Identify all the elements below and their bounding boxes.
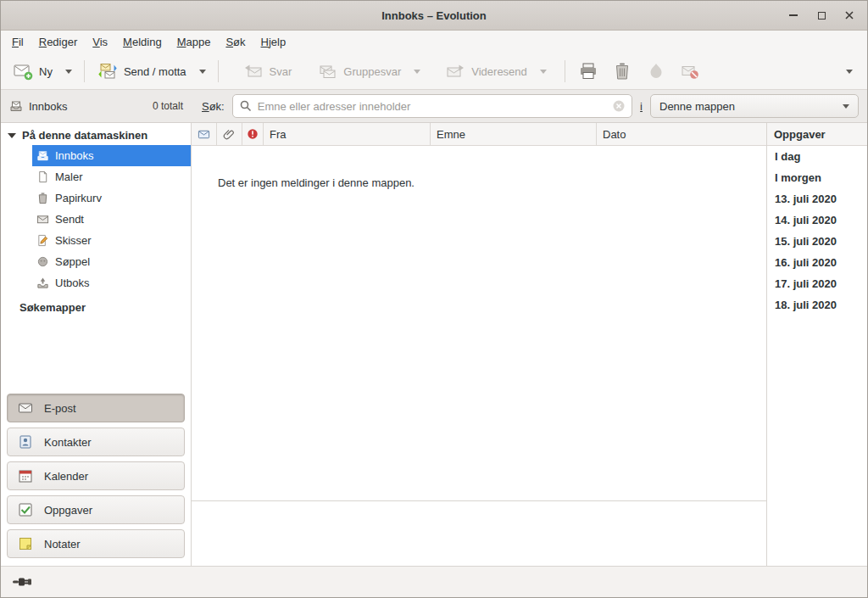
window-title: Innboks – Evolution bbox=[1, 9, 867, 22]
menu-item-vis[interactable]: Vis bbox=[85, 31, 115, 53]
forward-button-label: Videresend bbox=[471, 65, 527, 78]
junk-button[interactable] bbox=[639, 56, 673, 87]
folder-item-sendt[interactable]: Sendt bbox=[32, 209, 191, 230]
send-receive-dropdown-button[interactable] bbox=[193, 56, 212, 87]
folder-item-utboks[interactable]: Utboks bbox=[32, 272, 191, 293]
not-junk-button[interactable] bbox=[673, 56, 707, 87]
search-scope-dropdown[interactable]: Denne mappen bbox=[650, 94, 859, 118]
clear-search-icon[interactable] bbox=[612, 99, 626, 113]
folder-item-label: Maler bbox=[55, 170, 83, 183]
content-area: På denne datamaskinen Innboks Maler Papi… bbox=[1, 123, 867, 566]
reply-all-button[interactable]: Gruppesvar bbox=[310, 56, 408, 87]
new-button-label: Ny bbox=[39, 65, 53, 78]
trash-icon bbox=[36, 192, 49, 204]
reply-all-dropdown-button[interactable] bbox=[408, 56, 426, 87]
menu-item-sok[interactable]: Søk bbox=[218, 31, 253, 53]
inbox-icon bbox=[36, 149, 49, 162]
chevron-down-icon bbox=[540, 70, 547, 74]
chevron-down-icon bbox=[843, 104, 849, 109]
task-group-date[interactable]: 17. juli 2020 bbox=[767, 273, 867, 294]
column-priority[interactable] bbox=[242, 123, 264, 145]
folder-tree-root[interactable]: På denne datamaskinen bbox=[1, 123, 191, 145]
switcher-contacts-button[interactable]: Kontakter bbox=[7, 428, 185, 456]
switcher-notes-button[interactable]: Notater bbox=[7, 529, 185, 558]
switcher-tasks-button[interactable]: Oppgaver bbox=[7, 495, 185, 524]
task-group-date[interactable]: 15. juli 2020 bbox=[767, 231, 867, 252]
column-attachment[interactable] bbox=[217, 123, 242, 145]
switcher-label: Kalender bbox=[44, 470, 88, 483]
menu-item-hjelp[interactable]: Hjelp bbox=[253, 31, 294, 53]
close-icon bbox=[844, 10, 854, 20]
new-dropdown-button[interactable] bbox=[59, 56, 78, 87]
window-controls bbox=[786, 8, 867, 23]
chevron-down-icon bbox=[414, 70, 420, 74]
minimize-button[interactable] bbox=[786, 8, 801, 23]
toolbar-overflow-button[interactable] bbox=[837, 56, 862, 87]
templates-icon bbox=[36, 170, 49, 183]
message-preview-pane[interactable] bbox=[192, 500, 766, 566]
task-group-date[interactable]: 16. juli 2020 bbox=[767, 252, 867, 273]
search-folders-root[interactable]: Søkemapper bbox=[1, 293, 191, 319]
online-status-icon[interactable] bbox=[13, 576, 36, 588]
folder-tree-root-label: På denne datamaskinen bbox=[22, 129, 147, 142]
task-group-tomorrow[interactable]: I morgen bbox=[767, 167, 867, 188]
reply-all-button-label: Gruppesvar bbox=[343, 65, 401, 78]
inbox-icon bbox=[9, 99, 23, 113]
column-status[interactable] bbox=[192, 123, 217, 145]
task-group-date[interactable]: 18. juli 2020 bbox=[767, 294, 867, 316]
switcher-label: Notater bbox=[44, 538, 81, 550]
column-subject[interactable]: Emne bbox=[431, 123, 597, 145]
statusbar bbox=[1, 566, 867, 597]
menu-item-rediger[interactable]: Rediger bbox=[31, 31, 86, 53]
maximize-button[interactable] bbox=[814, 8, 829, 23]
reply-button[interactable]: Svar bbox=[236, 56, 299, 87]
search-icon bbox=[239, 99, 253, 113]
tasks-icon bbox=[18, 502, 33, 517]
folder-item-maler[interactable]: Maler bbox=[32, 166, 191, 187]
priority-icon bbox=[247, 128, 259, 140]
column-from[interactable]: Fra bbox=[264, 123, 431, 145]
toolbar-separator bbox=[565, 60, 565, 82]
message-list-body[interactable]: Det er ingen meldinger i denne mappen. bbox=[192, 146, 766, 500]
task-group-today[interactable]: I dag bbox=[767, 146, 867, 167]
column-date[interactable]: Dato bbox=[597, 123, 766, 145]
search-entry bbox=[232, 94, 632, 118]
search-label: Søk: bbox=[202, 100, 225, 113]
calendar-icon bbox=[18, 468, 33, 483]
close-button[interactable] bbox=[842, 8, 857, 23]
folder-item-innboks[interactable]: Innboks bbox=[32, 145, 191, 166]
send-receive-button[interactable]: Send / motta bbox=[91, 56, 193, 87]
folder-item-label: Søppel bbox=[55, 255, 90, 268]
column-date-label: Dato bbox=[603, 128, 626, 141]
junk-icon bbox=[646, 61, 666, 81]
menu-item-mappe[interactable]: Mappe bbox=[170, 31, 219, 53]
search-scope-value: Denne mappen bbox=[659, 100, 735, 113]
search-area: Søk: i Denne mappen bbox=[192, 94, 867, 118]
tasks-panel-header: Oppgaver bbox=[767, 123, 867, 146]
menu-item-melding[interactable]: Melding bbox=[115, 31, 170, 53]
switcher-label: E-post bbox=[44, 402, 76, 415]
task-group-date[interactable]: 13. juli 2020 bbox=[767, 188, 867, 210]
delete-button[interactable] bbox=[605, 56, 639, 87]
folder-item-papirkurv[interactable]: Papirkurv bbox=[32, 187, 191, 209]
menu-item-fil[interactable]: Fil bbox=[4, 31, 31, 53]
expander-icon[interactable] bbox=[8, 133, 16, 138]
titlebar[interactable]: Innboks – Evolution bbox=[1, 1, 867, 31]
switcher-mail-button[interactable]: E-post bbox=[7, 394, 185, 422]
forward-button[interactable]: Videresend bbox=[438, 56, 534, 87]
folder-total-count: 0 totalt bbox=[153, 100, 183, 112]
folder-item-label: Innboks bbox=[55, 149, 94, 162]
search-input[interactable] bbox=[258, 100, 607, 113]
forward-dropdown-button[interactable] bbox=[534, 56, 553, 87]
minimize-icon bbox=[789, 14, 798, 16]
new-button[interactable]: Ny bbox=[6, 56, 59, 87]
search-folders-label: Søkemapper bbox=[19, 301, 86, 314]
task-group-date[interactable]: 14. juli 2020 bbox=[767, 210, 867, 231]
print-button[interactable] bbox=[571, 56, 605, 87]
folder-item-skisser[interactable]: Skisser bbox=[32, 230, 191, 251]
send-receive-icon bbox=[97, 61, 118, 81]
current-folder-label: Innboks bbox=[29, 100, 68, 113]
folder-item-label: Papirkurv bbox=[55, 192, 102, 204]
folder-item-soppel[interactable]: Søppel bbox=[32, 251, 191, 272]
switcher-calendar-button[interactable]: Kalender bbox=[7, 461, 185, 490]
